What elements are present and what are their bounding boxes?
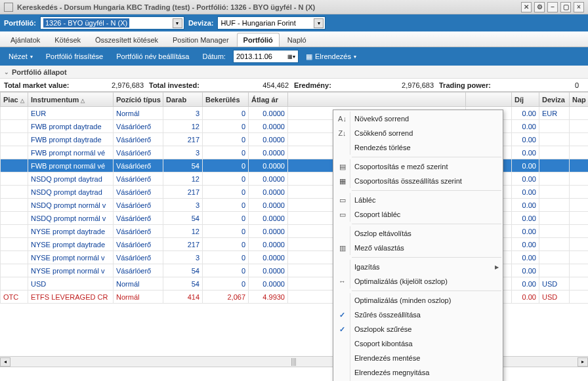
cell: 414: [163, 291, 203, 304]
cell: Normál: [114, 291, 163, 304]
cell: USD: [28, 277, 114, 291]
cell: 0.00: [512, 225, 539, 238]
cell: 3: [163, 199, 203, 212]
cell: 54: [163, 212, 203, 225]
cell: [570, 251, 589, 264]
close-button[interactable]: ×: [574, 2, 584, 12]
minimize-button[interactable]: –: [547, 2, 558, 12]
scroll-right-icon[interactable]: ▸: [578, 357, 588, 367]
currency-value: HUF - Hungarian Forint: [220, 19, 295, 27]
cell: Vásárlóerő: [114, 186, 163, 199]
cell: Vásárlóerő: [114, 199, 163, 212]
col-header[interactable]: Deviza: [539, 92, 570, 107]
col-header[interactable]: Bekerülés: [203, 92, 249, 107]
menu-item[interactable]: ▭Csoport lábléc: [333, 207, 503, 222]
cell: 0.0000: [249, 251, 288, 264]
cell: USD: [539, 277, 570, 291]
blank-icon: [335, 293, 350, 308]
view-menu[interactable]: Nézet▾: [3, 49, 39, 64]
menu-item[interactable]: ▤Csoportosítás e mező szerint: [333, 159, 503, 174]
menu-separator: [352, 257, 501, 258]
col-header[interactable]: Darab: [163, 92, 203, 107]
menu-item[interactable]: Elrendezés mentése: [333, 351, 503, 365]
cell: [570, 146, 589, 159]
cell: [539, 264, 570, 277]
menu-item[interactable]: Oszlop eltávolítás: [333, 226, 503, 241]
menu-separator: [352, 224, 501, 224]
date-input[interactable]: 2013.11.06▦▾: [233, 50, 299, 63]
portfolio-label: Portfólió:: [4, 19, 36, 27]
menu-item-label: Csoportosítás e mező szerint: [354, 163, 448, 170]
menu-item-label: Szűrés összeállítása: [354, 311, 421, 319]
tp-label: Trading power:: [439, 81, 491, 89]
cell: [570, 186, 589, 199]
refresh-button[interactable]: Portfólió frissítése: [40, 49, 109, 64]
cell: NSDQ prompt normál v: [28, 212, 114, 225]
cell: 0: [203, 251, 249, 264]
menu-item[interactable]: Rendezés törlése: [333, 140, 503, 155]
tools-icon[interactable]: ✕: [521, 2, 532, 12]
menu-item[interactable]: ↔Optimalizálás (kijelölt oszlop): [333, 274, 503, 289]
col-header[interactable]: [288, 92, 466, 107]
layout-menu[interactable]: ▦Elrendezés▾: [300, 49, 362, 64]
chevron-down-icon[interactable]: ▾: [314, 18, 324, 28]
col-header[interactable]: Átlag ár: [249, 92, 288, 107]
menu-item[interactable]: Igazítás: [333, 260, 503, 274]
cell: 54: [163, 264, 203, 277]
currency-select[interactable]: HUF - Hungarian Forint ▾: [217, 16, 326, 30]
blank-icon: [335, 322, 350, 336]
settings-icon[interactable]: ⚙: [534, 2, 545, 12]
tab-portfólió[interactable]: Portfólió: [237, 33, 280, 47]
cell: 0: [203, 277, 249, 291]
summary-bar: Total market value:2,976,683 Total inves…: [0, 79, 588, 92]
menu-item[interactable]: Elrendezés megnyitása: [333, 365, 503, 380]
menu-item[interactable]: Csoport kibontása: [333, 336, 503, 351]
col-header[interactable]: Nap: [570, 92, 589, 107]
cell: 0.0000: [249, 133, 288, 146]
col-header[interactable]: Instrumentum △: [28, 92, 114, 107]
col-header[interactable]: Díj: [512, 92, 539, 107]
tab-position-manager[interactable]: Position Manager: [166, 33, 236, 47]
menu-item[interactable]: ▦Csoportosítás összeállítás szerint: [333, 174, 503, 188]
menu-item[interactable]: Z↓Csökkenő sorrend: [333, 126, 503, 140]
chevron-down-icon[interactable]: ▾: [173, 18, 182, 28]
cell: 0.00: [512, 277, 539, 291]
cell: [539, 120, 570, 133]
view-tabs: AjánlatokKötésekÖsszesített kötésekPosit…: [0, 31, 588, 47]
cell: [539, 251, 570, 264]
rename-button[interactable]: Portfólió név beállítása: [110, 49, 195, 64]
tab-kötések[interactable]: Kötések: [48, 33, 87, 47]
tab-napló[interactable]: Napló: [281, 33, 313, 47]
portfolio-select[interactable]: 1326 - BYO ügyfél - N (X) ▾: [40, 16, 184, 30]
scroll-left-icon[interactable]: ◂: [0, 357, 10, 367]
maximize-button[interactable]: ▢: [560, 2, 571, 12]
menu-item[interactable]: Oszlopok szűrése: [333, 322, 503, 336]
tab-ajánlatok[interactable]: Ajánlatok: [4, 33, 47, 47]
menu-item-label: Elrendezés mentése: [354, 354, 420, 362]
menu-item[interactable]: ▥Mező választás: [333, 241, 503, 255]
cell: [570, 199, 589, 212]
cell: [1, 120, 28, 133]
cell: [1, 199, 28, 212]
cell: 217: [163, 238, 203, 251]
section-header[interactable]: ⌄ Portfólió állapot: [0, 66, 588, 79]
cell: 4.9930: [249, 291, 288, 304]
cell: Vásárlóerő: [114, 133, 163, 146]
cell: 0: [203, 159, 249, 172]
main-toolbar: Portfólió: 1326 - BYO ügyfél - N (X) ▾ D…: [0, 14, 588, 31]
cell: 0.00: [512, 107, 539, 120]
col-header[interactable]: Pozíció típus: [114, 92, 163, 107]
menu-item[interactable]: A↓Növekvő sorrend: [333, 111, 503, 126]
menu-item[interactable]: Optimalizálás (minden oszlop): [333, 293, 503, 308]
col-header[interactable]: Piac △: [1, 92, 28, 107]
menu-item[interactable]: Szűrés összeállítása: [333, 308, 503, 322]
cell: [1, 107, 28, 120]
col-header[interactable]: [466, 92, 512, 107]
res-value: 2,976,683: [334, 81, 439, 89]
cell: [1, 225, 28, 238]
menu-item[interactable]: ▭Lábléc: [333, 193, 503, 207]
tab-összesített-kötések[interactable]: Összesített kötések: [89, 33, 165, 47]
cell: 0.00: [512, 251, 539, 264]
cell: 0.0000: [249, 212, 288, 225]
cell: [1, 172, 28, 186]
